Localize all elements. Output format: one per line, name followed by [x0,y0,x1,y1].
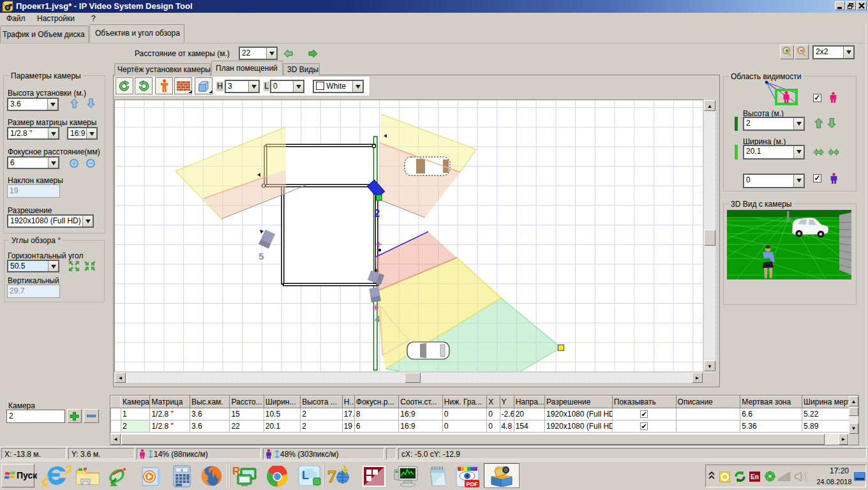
svg-text:5: 5 [258,251,264,262]
svg-text:7: 7 [327,466,336,486]
svg-text:PDF: PDF [467,481,479,487]
svg-text:2: 2 [374,208,380,219]
svg-text:L: L [302,469,309,482]
svg-text:4: 4 [375,313,380,324]
svg-text:En: En [751,473,759,480]
